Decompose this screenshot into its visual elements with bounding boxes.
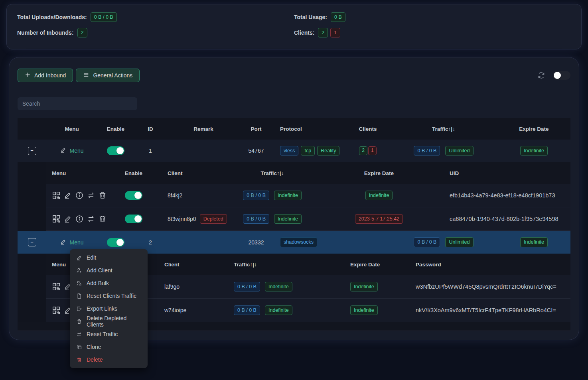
- expire-badge: 2023-5-7 17:25:42: [355, 214, 403, 224]
- inbound-enable-toggle[interactable]: [107, 146, 124, 155]
- header-traffic-sortable[interactable]: Traffic↑|↓: [390, 126, 497, 132]
- refresh-icon[interactable]: [537, 71, 545, 79]
- inbound-traffic: 0 B / 0 B Unlimited: [390, 237, 497, 247]
- menu-item-reset-traffic[interactable]: Reset Traffic: [70, 328, 148, 341]
- clients-depleted-badge: 1: [330, 28, 340, 37]
- edit-pencil-icon: [60, 238, 67, 246]
- add-inbound-button[interactable]: Add Inbound: [18, 69, 73, 82]
- qr-code-icon[interactable]: [52, 282, 61, 291]
- expire-badge: Indefinite: [520, 237, 548, 247]
- traffic-badge: 0 B / 0 B: [234, 282, 260, 291]
- search-input[interactable]: [18, 97, 137, 110]
- traffic-limit-badge: Indefinite: [274, 191, 302, 200]
- stat-value-badge: 2: [77, 28, 87, 37]
- header-enable: Enable: [97, 126, 134, 132]
- client-row: 8f4kj2 0 B / 0 B Indefinite Indefinite e…: [46, 184, 570, 207]
- inbound-menu-trigger[interactable]: Menu: [60, 147, 83, 155]
- edit-client-icon[interactable]: [63, 191, 72, 200]
- inbound-expire: Indefinite: [497, 237, 570, 247]
- expire-badge: Indefinite: [350, 305, 378, 315]
- active-count-badge: 2: [359, 146, 367, 155]
- traffic-limit-badge: Indefinite: [274, 214, 302, 224]
- expire-badge: Indefinite: [365, 191, 393, 200]
- menu-item-add-bulk[interactable]: Add Bulk: [70, 277, 148, 289]
- traffic-badge: 0 B / 0 B: [414, 146, 440, 156]
- stat-total-usage: Total Usage: 0 B: [294, 12, 571, 22]
- user-group-icon: [76, 280, 82, 286]
- clients-active-badge: 2: [318, 28, 328, 37]
- reset-traffic-icon[interactable]: [87, 191, 95, 200]
- client-expire: Indefinite: [319, 282, 415, 291]
- header-protocol: Protocol: [272, 126, 346, 132]
- header-clients: Clients: [346, 126, 390, 132]
- sub-header-menu: Menu: [46, 170, 108, 176]
- traffic-badge: 0 B / 0 B: [243, 191, 269, 200]
- stat-label: Number of Inbounds:: [17, 30, 74, 36]
- header-remark: Remark: [167, 126, 240, 132]
- stat-number-of-inbounds: Number of Inbounds: 2: [17, 28, 294, 37]
- client-expire: 2023-5-7 17:25:42: [321, 214, 437, 224]
- qr-code-icon[interactable]: [52, 306, 61, 315]
- protocol-badge: tcp: [301, 146, 315, 156]
- inbound-id: 2: [134, 239, 167, 246]
- delete-client-icon[interactable]: [98, 191, 107, 200]
- inbound-enable-toggle[interactable]: [107, 238, 124, 247]
- table-header-row: Menu Enable ID Remark Port Protocol Clie…: [18, 118, 570, 140]
- info-icon[interactable]: [75, 191, 84, 200]
- inbound-port: 20332: [240, 239, 272, 246]
- stat-label: Clients:: [294, 30, 314, 36]
- client-traffic: 0 B / 0 B Indefinite: [223, 282, 319, 291]
- qr-code-icon[interactable]: [52, 191, 61, 200]
- inbound-client-counts: 2 1: [346, 146, 390, 155]
- menu-item-delete-depleted-clients[interactable]: Delete Depleted Clients: [70, 315, 148, 328]
- client-enable-toggle[interactable]: [125, 215, 142, 223]
- inbound-context-menu: Edit Add Client Add Bulk Reset Clients T…: [70, 249, 148, 368]
- client-name-cell: 8t3wjnn8p0 Depleted: [160, 214, 223, 224]
- inbound-id: 1: [134, 148, 167, 154]
- menu-link-label: Menu: [69, 148, 83, 154]
- client-row: 8t3wjnn8p0 Depleted 0 B / 0 B Indefinite…: [46, 207, 570, 231]
- inbound-port: 54767: [240, 148, 272, 154]
- swap-arrows-icon: [76, 331, 82, 337]
- traffic-limit-badge: Unlimited: [445, 237, 473, 247]
- plus-icon: [25, 72, 31, 79]
- client-expire: Indefinite: [319, 305, 415, 315]
- add-inbound-label: Add Inbound: [34, 72, 66, 79]
- search-row: [18, 97, 570, 110]
- xui-inbounds-page: Total Uploads/Downloads: 0 B / 0 B Total…: [0, 0, 588, 380]
- dark-mode-toggle[interactable]: [553, 71, 570, 80]
- client-uid: efb14b43-4a79-4e83-ef18-e48cf1901b73: [437, 192, 570, 199]
- edit-client-icon[interactable]: [63, 215, 72, 223]
- client-password: nkV/I/3XoAm9v6xMT/T5IcrF4TpeTKF98rHARbRo…: [415, 307, 570, 313]
- client-traffic: 0 B / 0 B Indefinite: [223, 305, 319, 315]
- menu-item-clone[interactable]: Clone: [70, 341, 148, 353]
- sub-table-gutter: [18, 254, 46, 322]
- collapse-row-button[interactable]: [28, 238, 36, 246]
- user-add-icon: [76, 268, 82, 274]
- menu-link-label: Menu: [69, 239, 83, 246]
- toggle-knob: [554, 72, 561, 79]
- general-actions-button[interactable]: General Actions: [76, 69, 140, 82]
- sub-header-traffic-sortable[interactable]: Traffic↑|↓: [223, 170, 321, 176]
- inbound-menu-trigger[interactable]: Menu: [60, 238, 83, 246]
- client-name: w74ioipe: [160, 307, 223, 313]
- qr-code-icon[interactable]: [52, 215, 61, 223]
- header-menu: Menu: [46, 126, 97, 132]
- menu-item-add-client[interactable]: Add Client: [70, 264, 148, 277]
- menu-item-export-links[interactable]: Export Links: [70, 302, 148, 315]
- reset-traffic-icon[interactable]: [87, 215, 95, 223]
- client-expire: Indefinite: [321, 191, 437, 200]
- menu-item-reset-clients-traffic[interactable]: Reset Clients Traffic: [70, 289, 148, 302]
- client-name: 8f4kj2: [160, 192, 223, 199]
- client-password: w3NfbzUPf5WWd745Q8pvsmQrdrttT2IO6knuI7Di…: [415, 284, 570, 290]
- collapse-row-button[interactable]: [28, 147, 36, 155]
- stats-panel: Total Uploads/Downloads: 0 B / 0 B Total…: [6, 4, 582, 49]
- info-icon[interactable]: [75, 215, 84, 223]
- client-enable-toggle[interactable]: [125, 191, 142, 200]
- menu-item-delete[interactable]: Delete: [70, 353, 148, 366]
- delete-client-icon[interactable]: [98, 215, 107, 223]
- inbound-protocols: shadowsocks: [272, 237, 346, 247]
- clients-header-row: Menu Enable Client Traffic↑|↓ Expire Dat…: [46, 162, 570, 184]
- menu-item-edit[interactable]: Edit: [70, 251, 148, 264]
- sub-header-traffic-sortable[interactable]: Traffic↑|↓: [223, 262, 319, 268]
